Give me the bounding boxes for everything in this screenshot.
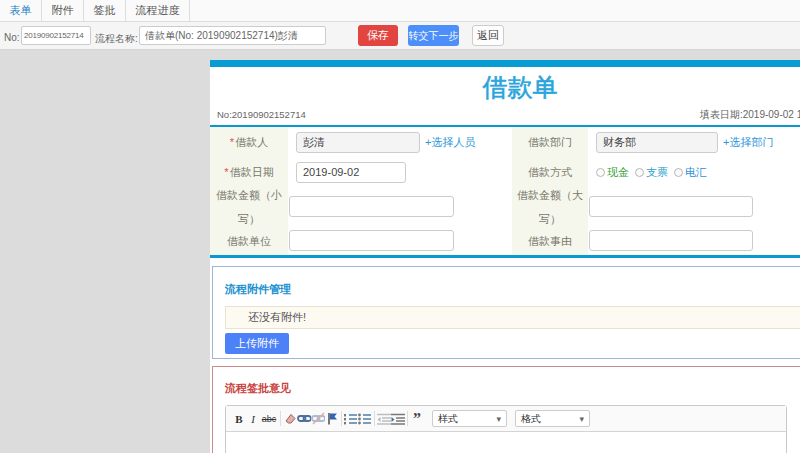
tab-progress[interactable]: 流程进度 (126, 0, 190, 22)
no-input[interactable] (21, 26, 91, 45)
unlink-icon[interactable] (311, 410, 325, 427)
form-row-date-method: *借款日期 借款方式 现金 支票 电汇 (210, 157, 800, 187)
forward-next-button[interactable]: 转交下一步 (408, 25, 459, 46)
radio-cheque-dot[interactable] (635, 168, 644, 177)
save-button[interactable]: 保存 (358, 25, 398, 46)
radio-cash[interactable]: 现金 (596, 165, 629, 180)
indent-icon[interactable] (391, 410, 405, 427)
flow-name-input[interactable] (139, 26, 326, 45)
department-input[interactable] (596, 132, 718, 153)
form-no-text: No:20190902152714 (217, 108, 306, 121)
form-title: 借款单 (210, 73, 800, 101)
flow-name-label: 流程名称: (95, 32, 138, 46)
loan-date-input[interactable] (296, 162, 406, 183)
styles-select[interactable]: 样式▾ (432, 410, 507, 427)
amount-upper-label: 借款金额（大写） (512, 187, 588, 226)
borrower-input[interactable] (296, 132, 420, 153)
comment-editor: B I abc (225, 405, 787, 453)
blockquote-icon[interactable]: ” (410, 410, 424, 427)
upload-attachment-button[interactable]: 上传附件 (225, 333, 289, 354)
select-department-link[interactable]: +选择部门 (723, 135, 773, 150)
tab-signoff[interactable]: 签批 (84, 0, 126, 22)
reason-label: 借款事由 (512, 226, 588, 255)
radio-wire-dot[interactable] (674, 168, 683, 177)
numbered-list-icon[interactable] (344, 410, 358, 427)
amount-upper-input[interactable] (589, 196, 753, 217)
no-label: No: (4, 32, 20, 43)
attachment-empty-notice: 还没有附件! (225, 306, 800, 329)
italic-icon[interactable]: I (246, 410, 260, 427)
tab-attachment[interactable]: 附件 (42, 0, 84, 22)
amount-lower-input[interactable] (289, 196, 454, 217)
radio-wire[interactable]: 电汇 (674, 165, 707, 180)
editor-content-area[interactable] (226, 432, 786, 453)
unit-input[interactable] (289, 230, 454, 251)
form-date-text: 填表日期:2019-09-02 15:27:1 (700, 108, 800, 121)
tab-form[interactable]: 表单 (0, 0, 42, 22)
radio-cheque[interactable]: 支票 (635, 165, 668, 180)
command-bar: No: 流程名称: 保存 转交下一步 返回 (0, 22, 800, 50)
form-row-amount: 借款金额（小写） 借款金额（大写） (210, 187, 800, 226)
select-person-link[interactable]: +选择人员 (425, 135, 475, 150)
department-label: 借款部门 (512, 127, 588, 157)
format-select[interactable]: 格式▾ (515, 410, 590, 427)
signoff-heading: 流程签批意见 (225, 381, 800, 396)
link-icon[interactable] (297, 410, 311, 427)
editor-toolbar: B I abc (226, 406, 786, 432)
form-panel: 借款单 No:20190902152714 填表日期:2019-09-02 15… (210, 60, 800, 453)
reason-input[interactable] (589, 230, 753, 251)
borrower-label: *借款人 (210, 127, 288, 157)
strikethrough-icon[interactable]: abc (260, 410, 278, 427)
signoff-section: 流程签批意见 B I abc (212, 366, 800, 453)
attachment-section: 流程附件管理 还没有附件! 上传附件 (212, 266, 800, 359)
form-row-borrower: *借款人 +选择人员 借款部门 +选择部门 (210, 127, 800, 157)
tab-bar: 表单 附件 签批 流程进度 (0, 0, 800, 22)
unit-label: 借款单位 (210, 226, 288, 255)
bulleted-list-icon[interactable] (358, 410, 372, 427)
bold-icon[interactable]: B (232, 410, 246, 427)
remove-format-icon[interactable] (283, 410, 297, 427)
back-button[interactable]: 返回 (472, 25, 504, 46)
attachment-heading: 流程附件管理 (225, 282, 800, 297)
radio-cash-dot[interactable] (596, 168, 605, 177)
outdent-icon[interactable] (377, 410, 391, 427)
panel-top-bar (210, 60, 800, 67)
anchor-flag-icon[interactable] (325, 410, 339, 427)
amount-lower-label: 借款金额（小写） (210, 187, 288, 226)
form-row-unit-reason: 借款单位 借款事由 (210, 226, 800, 255)
